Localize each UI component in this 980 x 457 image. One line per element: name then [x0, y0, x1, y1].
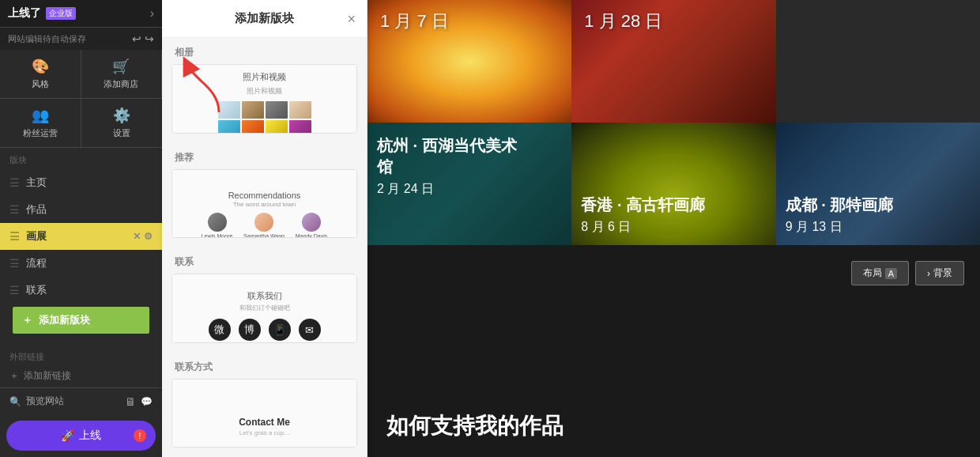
add-link-button[interactable]: ＋ 添加新链接	[0, 364, 162, 387]
modal-close-button[interactable]: ×	[347, 10, 356, 27]
background-button[interactable]: › 背景	[915, 261, 964, 285]
photo-grid-subtitle: 照片和视频	[247, 86, 282, 96]
contact-method-preview: Contact Me Let's grab a cup...	[172, 380, 356, 448]
lewis-name: Lewis Moore	[195, 233, 239, 238]
enterprise-badge: 企业版	[46, 7, 76, 20]
hongkong-name: 香港 · 高古轩画廊	[581, 195, 705, 216]
main-content: 1 月 7 日 1 月 28 日 杭州 · 西湖当代美术馆 2 月 24 日 香…	[368, 0, 980, 457]
wechat-contact: 微 微信	[209, 319, 231, 343]
photo-cell-blue	[218, 120, 240, 134]
fans-icon: 👥	[32, 107, 49, 124]
phone-icon-circle: 📱	[269, 319, 291, 341]
contact-icons-row: 微 微信 博 微博 📱 电话 ✉ 邮箱	[182, 319, 347, 343]
gallery-cell-chengdu: 成都 · 那特画廊 9 月 13 日	[776, 123, 980, 245]
mandy-name: Mandy Davis	[289, 233, 334, 238]
photo-grid: 照片和视频 照片和视频	[179, 71, 350, 134]
modal-section-recommend: 推荐	[162, 143, 367, 169]
contact-us-block-card[interactable]: 联系我们 和我们订个碰碰吧 微 微信 博 微博 📱 电话	[172, 274, 357, 343]
rec-avatars: Lewis Moore Cindy's passion for... Saman…	[182, 213, 347, 238]
weibo-label: 微博	[239, 342, 261, 343]
layout-button[interactable]: 布局 A	[851, 261, 909, 285]
chengdu-info: 成都 · 那特画廊 9 月 13 日	[786, 195, 894, 236]
preview-bar[interactable]: 🔍 预览网站 🖥 💬	[0, 387, 162, 414]
rec-title: Recommendations	[182, 191, 347, 200]
nav-items-list: ☰ 主页 ☰ 作品 ☰ 画展 ✕ ⚙ ☰ 流程 ☰ 联系 ＋ 添加新版块	[0, 169, 162, 346]
sidebar-header: 上线了 企业版 ›	[0, 0, 162, 28]
nav-item-contact[interactable]: ☰ 联系	[0, 277, 162, 304]
recommendations-block-card[interactable]: Recommendations The word around town Lew…	[172, 169, 357, 239]
samantha-avatar	[254, 213, 273, 232]
modal-section-album: 相册	[162, 38, 367, 64]
add-new-block-nav[interactable]: ＋ 添加新版块	[13, 307, 149, 334]
settings-tool[interactable]: ⚙️ 设置	[81, 98, 163, 147]
nav-label-process: 流程	[26, 256, 47, 270]
contact-me-subtitle: Let's grab a cup...	[182, 429, 347, 436]
contact-me-title: Contact Me	[182, 417, 347, 428]
publish-button[interactable]: 🚀 上线 !	[6, 421, 156, 451]
external-links-label: 外部链接	[0, 346, 162, 364]
samantha-name: Samantha Wang	[243, 233, 285, 238]
nav-item-works[interactable]: ☰ 作品	[0, 196, 162, 223]
modal-header: 添加新版块 ×	[162, 0, 367, 38]
chengdu-date: 9 月 13 日	[786, 219, 894, 236]
fans-tool[interactable]: 👥 粉丝运营	[0, 98, 81, 147]
layout-label: 布局	[863, 266, 882, 280]
drag-icon: ☰	[9, 257, 20, 270]
photo-cell-person	[289, 101, 311, 119]
photo-row-2	[218, 120, 311, 134]
rocket-icon: 🚀	[61, 429, 74, 442]
settings-icon: ⚙️	[113, 107, 130, 124]
contact-method-block-card[interactable]: Contact Me Let's grab a cup...	[172, 379, 357, 448]
undo-redo-group: ↩ ↪	[132, 32, 154, 45]
date-1-28: 1 月 28 日	[584, 9, 662, 33]
rec-person-mandy: Mandy Davis I believe she would...	[289, 213, 334, 238]
wechat-label: 微信	[209, 342, 231, 343]
nav-item-home[interactable]: ☰ 主页	[0, 169, 162, 196]
photo-video-block-card[interactable]: 照片和视频 照片和视频	[172, 64, 357, 134]
wechat-icon-circle: 微	[209, 319, 231, 341]
phone-contact: 📱 电话	[269, 319, 291, 343]
add-link-icon: ＋	[9, 369, 19, 383]
modal-section-contact: 联系	[162, 247, 367, 274]
contact-title: 联系我们	[182, 290, 347, 302]
nav-label-gallery: 画展	[26, 229, 47, 244]
photo-cell-door	[242, 101, 264, 119]
modal-title: 添加新版块	[235, 11, 294, 26]
undo-button[interactable]: ↩	[132, 32, 141, 45]
blocks-section-label: 版块	[0, 148, 162, 169]
hongkong-date: 8 月 6 日	[581, 219, 705, 236]
drag-icon: ☰	[9, 284, 20, 296]
drag-icon: ☰	[9, 176, 20, 189]
nav-item-actions: ✕ ⚙	[133, 231, 153, 242]
hongkong-info: 香港 · 高古轩画廊 8 月 6 日	[581, 195, 705, 236]
add-link-label: 添加新链接	[24, 369, 71, 383]
search-icon: 🔍	[9, 396, 21, 407]
rec-preview-content: Recommendations The word around town Lew…	[179, 187, 350, 238]
style-tool[interactable]: 🎨 风格	[0, 50, 81, 98]
gallery-cell-hongkong: 香港 · 高古轩画廊 8 月 6 日	[571, 123, 775, 245]
hangzhou-date: 2 月 24 日	[377, 181, 517, 198]
nav-item-gallery[interactable]: ☰ 画展 ✕ ⚙	[0, 223, 162, 250]
weibo-icon-circle: 博	[239, 319, 261, 341]
delete-icon[interactable]: ✕	[133, 231, 141, 242]
edit-icon[interactable]: ⚙	[144, 231, 153, 242]
style-icon: 🎨	[32, 58, 49, 75]
photo-cell-art	[289, 120, 311, 134]
sidebar-collapse-button[interactable]: ›	[150, 6, 154, 21]
preview-label: 预览网站	[26, 395, 64, 408]
notification-icon: 💬	[141, 396, 153, 407]
add-icon: ＋	[22, 313, 32, 327]
fans-label: 粉丝运营	[23, 127, 58, 139]
add-shop-tool[interactable]: 🛒 添加商店	[81, 50, 163, 98]
photo-cell-bike	[218, 101, 240, 119]
sidebar: 上线了 企业版 › 网站编辑待自动保存 ↩ ↪ 🎨 风格 🛒 添加商店 👥 粉丝…	[0, 0, 162, 457]
layout-badge: A	[885, 268, 897, 279]
mandy-avatar	[302, 213, 321, 232]
redo-button[interactable]: ↪	[145, 32, 154, 45]
background-prefix: ›	[927, 268, 930, 279]
nav-label-works: 作品	[26, 202, 47, 217]
email-contact: ✉ 邮箱	[299, 319, 321, 343]
chengdu-name: 成都 · 那特画廊	[786, 195, 894, 216]
nav-item-process[interactable]: ☰ 流程	[0, 250, 162, 277]
bottom-text: 如何支持我的作品	[386, 411, 961, 441]
